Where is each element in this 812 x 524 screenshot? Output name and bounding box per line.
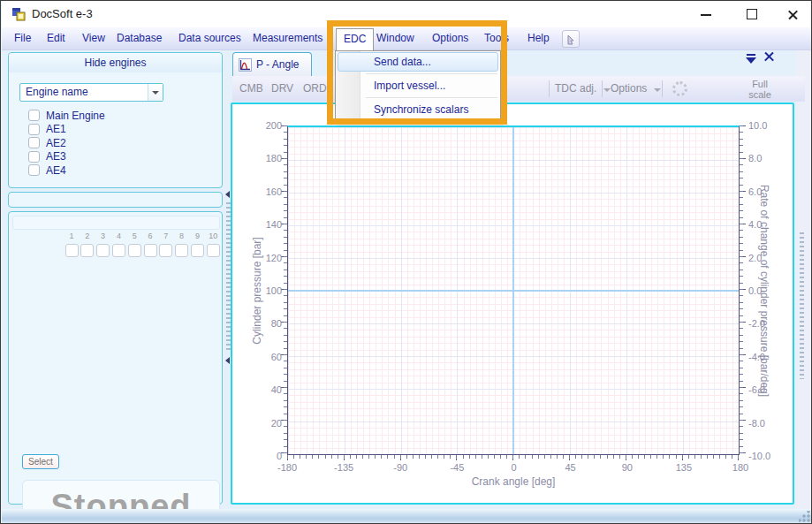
full-scale-button[interactable]: Full scale <box>741 78 778 100</box>
engine-label: AE3 <box>46 150 66 163</box>
y-right-tick-label: 0.0 <box>748 285 762 296</box>
cylinder-checkbox[interactable] <box>96 244 110 257</box>
y-left-tick-label: 160 <box>254 186 282 197</box>
y-right-tick-label: -4.0 <box>748 352 765 362</box>
tdc-adj-button[interactable]: TDC adj. <box>555 76 611 102</box>
y-right-minor-ticks <box>740 125 743 456</box>
y-right-tick-label: 10.0 <box>748 120 767 131</box>
menu-data-sources[interactable]: Data sources <box>178 27 241 49</box>
cylinder-column-2: 2 <box>80 232 95 257</box>
x-axis-title: Crank angle [deg] <box>472 475 556 488</box>
engine-row-ae3[interactable]: AE3 <box>28 150 66 163</box>
resize-grip[interactable] <box>799 511 810 522</box>
y-right-tick-label: -8.0 <box>748 418 765 429</box>
record-ring-icon[interactable] <box>672 81 687 96</box>
y-left-tick-label: 80 <box>254 318 282 329</box>
engine-row-ae4[interactable]: AE4 <box>28 163 66 177</box>
splitter-collapse-arrow[interactable] <box>225 191 230 198</box>
engine-row-ae1[interactable]: AE1 <box>28 123 66 136</box>
x-tick-label: 135 <box>676 462 692 473</box>
ord-button[interactable]: ORD <box>303 76 327 102</box>
y-left-tick-label: 60 <box>254 352 282 362</box>
y-right-tick-label: 8.0 <box>748 153 762 163</box>
x-tick-label: 90 <box>622 462 633 473</box>
menu-item-synchronize-scalars[interactable]: Synchronize scalars <box>338 100 498 119</box>
x-tick-label: 180 <box>732 462 748 473</box>
menu-view[interactable]: View <box>82 27 105 49</box>
cylinder-checkbox[interactable] <box>191 244 204 257</box>
engine-name-dropdown-value: Engine name <box>26 86 88 98</box>
menu-item-import-vessel[interactable]: Import vessel... <box>338 76 498 95</box>
maximize-icon <box>747 9 757 19</box>
x-tick-label: -90 <box>393 462 407 473</box>
chevron-down-icon <box>152 91 159 95</box>
menu-options[interactable]: Options <box>432 27 468 49</box>
chevron-down-icon <box>603 88 611 92</box>
menu-help[interactable]: Help <box>527 27 550 49</box>
engine-label: AE2 <box>46 137 66 149</box>
cylinder-checkbox[interactable] <box>144 244 157 257</box>
y-left-tick-label: 200 <box>254 120 282 131</box>
engine-row-ae2[interactable]: AE2 <box>28 136 66 149</box>
cylinder-checkbox[interactable] <box>80 244 94 257</box>
help-pointer-button[interactable] <box>562 30 580 48</box>
y-right-tick-label: -10.0 <box>748 451 770 461</box>
engine-checkbox[interactable] <box>28 137 40 148</box>
engine-checkbox[interactable] <box>28 151 40 163</box>
menu-database[interactable]: Database <box>117 27 162 49</box>
cylinder-column-4: 4 <box>111 232 125 257</box>
y-left-tick-label: 20 <box>254 418 282 429</box>
edc-dropdown-menu: Send data...Import vessel...Synchronize … <box>335 50 501 121</box>
engines-panel: Hide engines Engine name Main EngineAE1A… <box>8 52 223 188</box>
options-button[interactable]: Options <box>611 76 661 102</box>
hand-pointer-icon <box>563 31 579 47</box>
menu-edit[interactable]: Edit <box>47 27 65 49</box>
cmb-button[interactable]: CMB <box>239 76 263 102</box>
y-left-tick-label: 100 <box>254 285 282 296</box>
drv-button[interactable]: DRV <box>271 76 293 102</box>
x-tick-label: -180 <box>277 462 297 473</box>
cylinder-checkbox[interactable] <box>128 244 141 257</box>
minimize-icon <box>701 14 711 16</box>
splitter-collapse-arrow[interactable] <box>225 357 230 364</box>
right-splitter[interactable] <box>800 232 804 379</box>
cylinder-checkbox[interactable] <box>207 244 220 257</box>
cylinder-checkbox[interactable] <box>175 244 188 257</box>
minimize-button[interactable] <box>691 1 721 27</box>
cylinder-column-5: 5 <box>127 232 141 257</box>
close-button[interactable] <box>778 1 808 27</box>
plot-area[interactable] <box>287 125 740 455</box>
cylinder-checkbox[interactable] <box>159 244 172 257</box>
maximize-button[interactable] <box>737 1 767 27</box>
y-right-tick-label: 4.0 <box>748 219 762 230</box>
title-bar: DocSoft e-3 <box>2 1 812 27</box>
y-left-tick-label: 180 <box>254 153 282 163</box>
dropdown-button[interactable] <box>148 84 163 101</box>
engine-checkbox[interactable] <box>28 124 40 135</box>
window-title: DocSoft e-3 <box>32 1 93 27</box>
menu-window[interactable]: Window <box>376 27 414 49</box>
tab-p-angle[interactable]: P - Angle <box>232 52 312 76</box>
cylinder-column-1: 1 <box>65 232 79 257</box>
y-left-minor-ticks <box>284 125 287 456</box>
cylinder-checkbox[interactable] <box>112 244 125 257</box>
chart-toolbar: CMBDRVORD a : Full scale TDC adj. Option… <box>232 76 805 102</box>
engine-row-main-engine[interactable]: Main Engine <box>28 109 105 122</box>
engine-checkbox[interactable] <box>28 164 40 176</box>
cylinder-number: 5 <box>127 232 141 242</box>
y-right-tick-label: 6.0 <box>748 186 762 197</box>
menu-tools[interactable]: Tools <box>484 27 509 49</box>
pin-dropdown-icon[interactable] <box>746 54 756 64</box>
engine-name-dropdown[interactable]: Engine name <box>19 83 163 102</box>
cylinder-checkbox[interactable] <box>65 244 79 257</box>
menu-measurements[interactable]: Measurements <box>253 27 323 49</box>
select-button[interactable]: Select <box>22 454 59 469</box>
engine-checkbox[interactable] <box>28 110 40 121</box>
y-left-tick-label: 140 <box>254 219 282 230</box>
document-close-icon[interactable] <box>763 51 775 63</box>
cylinder-number: 8 <box>175 232 189 242</box>
menu-file[interactable]: File <box>14 27 31 49</box>
menu-edc[interactable]: EDC <box>336 28 374 50</box>
menu-item-send-data[interactable]: Send data... <box>338 52 498 72</box>
cylinder-column-8: 8 <box>175 232 189 257</box>
